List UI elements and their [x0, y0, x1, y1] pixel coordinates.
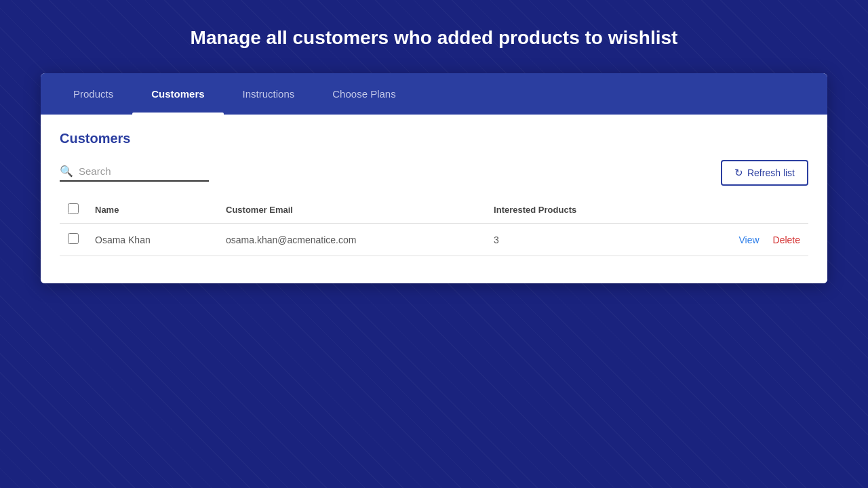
header-checkbox-col	[60, 197, 87, 224]
row-actions-0: View Delete	[667, 224, 808, 256]
header-name: Name	[87, 197, 218, 224]
row-checkbox-0[interactable]	[68, 233, 79, 244]
refresh-label: Refresh list	[747, 167, 795, 178]
tab-products[interactable]: Products	[54, 73, 132, 115]
refresh-button[interactable]: ↻ Refresh list	[721, 160, 808, 186]
table-row: Osama Khan osama.khan@acmenatice.com 3 V…	[60, 224, 808, 256]
row-email-0: osama.khan@acmenatice.com	[218, 224, 486, 256]
tab-navigation: Products Customers Instructions Choose P…	[41, 73, 827, 115]
header-email: Customer Email	[218, 197, 486, 224]
delete-action-0[interactable]: Delete	[773, 235, 800, 245]
row-checkbox-cell-0	[60, 224, 87, 256]
row-count-0: 3	[486, 224, 667, 256]
toolbar: 🔍 ↻ Refresh list	[60, 160, 808, 186]
view-action-0[interactable]: View	[738, 235, 759, 245]
section-title: Customers	[60, 131, 808, 146]
customers-table: Name Customer Email Interested Products …	[60, 197, 808, 256]
card-body: Customers 🔍 ↻ Refresh list Name Customer	[41, 115, 827, 283]
select-all-checkbox[interactable]	[68, 203, 79, 214]
header-actions	[667, 197, 808, 224]
search-input[interactable]	[79, 165, 209, 177]
refresh-icon: ↻	[734, 167, 743, 179]
search-wrapper: 🔍	[60, 165, 209, 182]
tab-choose-plans[interactable]: Choose Plans	[313, 73, 414, 115]
tab-customers[interactable]: Customers	[132, 73, 223, 115]
header-interested-products: Interested Products	[486, 197, 667, 224]
row-name-0: Osama Khan	[87, 224, 218, 256]
page-title: Manage all customers who added products …	[191, 27, 678, 49]
table-header-row: Name Customer Email Interested Products	[60, 197, 808, 224]
search-icon: 🔍	[60, 165, 73, 178]
main-card: Products Customers Instructions Choose P…	[41, 73, 827, 283]
tab-instructions[interactable]: Instructions	[224, 73, 314, 115]
